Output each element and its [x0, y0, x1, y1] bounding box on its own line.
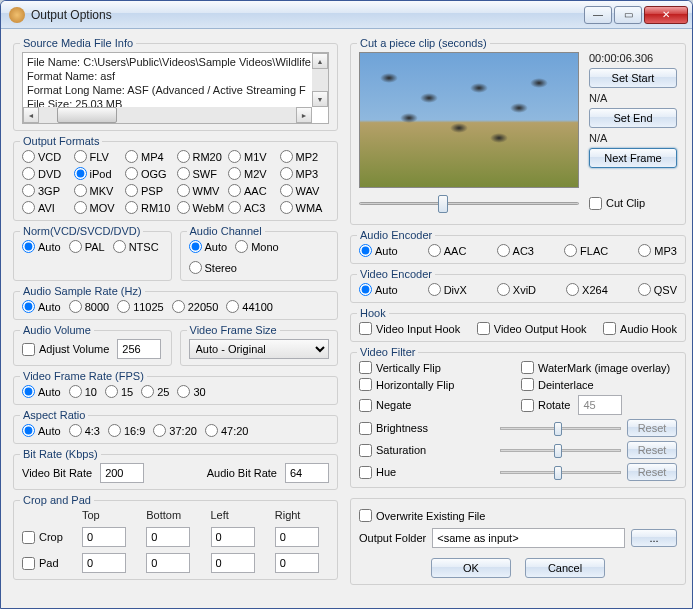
radio-ac3[interactable]: AC3	[497, 244, 534, 257]
radio-aac[interactable]: AAC	[228, 184, 278, 197]
radio-30[interactable]: 30	[177, 385, 205, 398]
saturation-checkbox[interactable]: Saturation	[359, 444, 494, 457]
crop-checkbox[interactable]: Crop	[22, 531, 72, 544]
overwrite-checkbox[interactable]: Overwrite Existing File	[359, 509, 677, 522]
crop-top-input[interactable]	[82, 527, 126, 547]
radio-44100[interactable]: 44100	[226, 300, 273, 313]
radio-wma[interactable]: WMA	[280, 201, 330, 214]
radio-wav[interactable]: WAV	[280, 184, 330, 197]
radio-rm10[interactable]: RM10	[125, 201, 175, 214]
radio-qsv[interactable]: QSV	[638, 283, 677, 296]
radio-xvid[interactable]: XviD	[497, 283, 536, 296]
adjust-volume-checkbox[interactable]: Adjust Volume	[22, 343, 109, 356]
set-start-button[interactable]: Set Start	[589, 68, 677, 88]
file-info-box[interactable]: File Name: C:\Users\Public\Videos\Sample…	[22, 52, 329, 124]
slider-thumb[interactable]	[438, 195, 448, 213]
radio-auto[interactable]: Auto	[359, 283, 398, 296]
scroll-thumb[interactable]	[57, 107, 117, 123]
pad-bottom-input[interactable]	[146, 553, 190, 573]
pad-checkbox[interactable]: Pad	[22, 557, 72, 570]
ok-button[interactable]: OK	[431, 558, 511, 578]
output-folder-input[interactable]	[432, 528, 625, 548]
radio-15[interactable]: 15	[105, 385, 133, 398]
cut-clip-checkbox[interactable]: Cut Clip	[589, 197, 677, 210]
radio-10[interactable]: 10	[69, 385, 97, 398]
horizontal-scrollbar[interactable]: ◄ ►	[23, 107, 312, 123]
browse-button[interactable]: ...	[631, 529, 677, 547]
scroll-up-icon[interactable]: ▲	[312, 53, 328, 69]
radio-rm20[interactable]: RM20	[177, 150, 227, 163]
hue-slider[interactable]	[500, 464, 621, 480]
radio-flac[interactable]: FLAC	[564, 244, 608, 257]
radio-43[interactable]: 4:3	[69, 424, 100, 437]
vertically-flip-checkbox[interactable]: Vertically Flip	[359, 361, 515, 374]
radio-auto[interactable]: Auto	[359, 244, 398, 257]
set-end-button[interactable]: Set End	[589, 108, 677, 128]
frame-size-select[interactable]: Auto - Original	[189, 339, 330, 359]
radio-11025[interactable]: 11025	[117, 300, 164, 313]
next-frame-button[interactable]: Next Frame	[589, 148, 677, 168]
audio-bitrate-input[interactable]	[285, 463, 329, 483]
radio-ipod[interactable]: iPod	[74, 167, 124, 180]
negate-checkbox[interactable]: Negate	[359, 395, 515, 415]
hue-checkbox[interactable]: Hue	[359, 466, 494, 479]
radio-8000[interactable]: 8000	[69, 300, 109, 313]
pad-top-input[interactable]	[82, 553, 126, 573]
radio-pal[interactable]: PAL	[69, 240, 105, 253]
saturation-slider[interactable]	[500, 442, 621, 458]
radio-ogg[interactable]: OGG	[125, 167, 175, 180]
radio-swf[interactable]: SWF	[177, 167, 227, 180]
close-button[interactable]: ✕	[644, 6, 688, 24]
radio-4720[interactable]: 47:20	[205, 424, 249, 437]
scroll-down-icon[interactable]: ▼	[312, 91, 328, 107]
video-bitrate-input[interactable]	[100, 463, 144, 483]
radio-auto[interactable]: Auto	[22, 240, 61, 253]
brightness-checkbox[interactable]: Brightness	[359, 422, 494, 435]
deinterlace-checkbox[interactable]: Deinterlace	[521, 378, 677, 391]
radio-stereo[interactable]: Stereo	[189, 261, 237, 274]
rotate-checkbox[interactable]: Rotate	[521, 399, 570, 412]
scroll-right-icon[interactable]: ►	[296, 107, 312, 123]
volume-input[interactable]	[117, 339, 161, 359]
radio-mov[interactable]: MOV	[74, 201, 124, 214]
radio-mp3[interactable]: MP3	[280, 167, 330, 180]
clip-slider[interactable]	[359, 192, 579, 214]
watermark-checkbox[interactable]: WaterMark (image overlay)	[521, 361, 677, 374]
cancel-button[interactable]: Cancel	[525, 558, 605, 578]
video-input-hook-checkbox[interactable]: Video Input Hook	[359, 322, 460, 335]
radio-m1v[interactable]: M1V	[228, 150, 278, 163]
radio-3gp[interactable]: 3GP	[22, 184, 72, 197]
radio-3720[interactable]: 37:20	[153, 424, 197, 437]
scroll-left-icon[interactable]: ◄	[23, 107, 39, 123]
minimize-button[interactable]: —	[584, 6, 612, 24]
radio-ac3[interactable]: AC3	[228, 201, 278, 214]
radio-auto[interactable]: Auto	[189, 240, 228, 253]
maximize-button[interactable]: ▭	[614, 6, 642, 24]
radio-25[interactable]: 25	[141, 385, 169, 398]
radio-m2v[interactable]: M2V	[228, 167, 278, 180]
radio-webm[interactable]: WebM	[177, 201, 227, 214]
radio-mkv[interactable]: MKV	[74, 184, 124, 197]
radio-auto[interactable]: Auto	[22, 424, 61, 437]
audio-hook-checkbox[interactable]: Audio Hook	[603, 322, 677, 335]
pad-right-input[interactable]	[275, 553, 319, 573]
radio-x264[interactable]: X264	[566, 283, 608, 296]
horizontally-flip-checkbox[interactable]: Horizontally Flip	[359, 378, 515, 391]
radio-dvd[interactable]: DVD	[22, 167, 72, 180]
radio-mp4[interactable]: MP4	[125, 150, 175, 163]
radio-mono[interactable]: Mono	[235, 240, 279, 253]
radio-wmv[interactable]: WMV	[177, 184, 227, 197]
radio-avi[interactable]: AVI	[22, 201, 72, 214]
radio-auto[interactable]: Auto	[22, 385, 61, 398]
radio-169[interactable]: 16:9	[108, 424, 145, 437]
radio-flv[interactable]: FLV	[74, 150, 124, 163]
crop-left-input[interactable]	[211, 527, 255, 547]
radio-vcd[interactable]: VCD	[22, 150, 72, 163]
radio-mp3[interactable]: MP3	[638, 244, 677, 257]
radio-divx[interactable]: DivX	[428, 283, 467, 296]
radio-psp[interactable]: PSP	[125, 184, 175, 197]
video-output-hook-checkbox[interactable]: Video Output Hook	[477, 322, 587, 335]
pad-left-input[interactable]	[211, 553, 255, 573]
brightness-slider[interactable]	[500, 420, 621, 436]
crop-bottom-input[interactable]	[146, 527, 190, 547]
